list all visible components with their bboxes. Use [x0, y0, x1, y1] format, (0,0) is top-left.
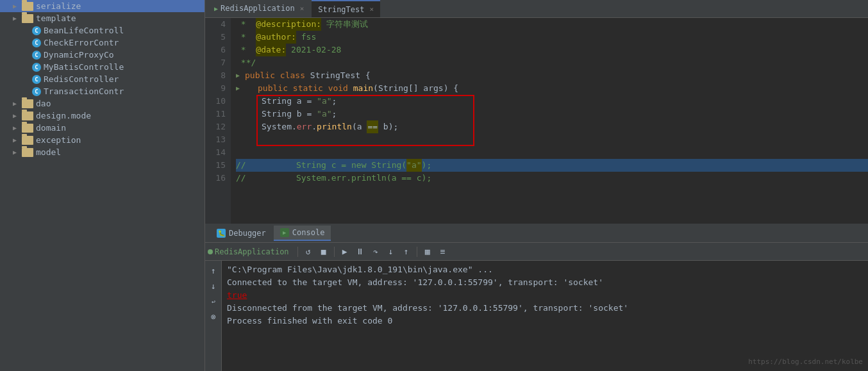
sidebar-item-label: domain	[36, 123, 66, 133]
folder-icon	[22, 124, 33, 133]
sidebar-item-label: template	[36, 13, 76, 23]
collapse-arrow: ▶	[13, 136, 22, 144]
folder-icon	[22, 136, 33, 145]
stop-button[interactable]: ■	[317, 245, 331, 259]
code-line-13	[236, 133, 868, 146]
scroll-up-button[interactable]: ↑	[206, 263, 221, 277]
sidebar-item-mybatis[interactable]: C MyBatisControlle	[0, 61, 204, 73]
bottom-panel: 🐛 Debugger ▶ Console RedisApplication	[205, 224, 868, 371]
class-icon: C	[32, 38, 41, 47]
sidebar-item-label: MyBatisControlle	[44, 62, 124, 72]
sidebar-item-template[interactable]: ▶ template	[0, 12, 204, 24]
rerun-button[interactable]: ↺	[301, 245, 315, 259]
sidebar-item-label: dao	[36, 99, 51, 108]
sidebar-item-designmode[interactable]: ▶ design.mode	[0, 110, 204, 122]
close-icon[interactable]: ×	[300, 4, 305, 13]
code-line-8: ▶ public class StringTest {	[236, 69, 868, 82]
collapse-arrow: ▶	[13, 124, 22, 131]
sidebar-item-label: BeanLifeControll	[44, 26, 124, 35]
toolbar-sep	[297, 247, 298, 257]
code-line-10: String a = "a";	[236, 95, 868, 108]
code-line-16: // System.err.println(a == c);	[236, 172, 868, 185]
code-line-15: // String c = new String("a");	[236, 159, 868, 172]
console-line-3: true	[227, 289, 863, 302]
folder-icon	[22, 14, 33, 23]
tab-stringtest[interactable]: StringTest ×	[312, 0, 380, 17]
tab-redisapplication[interactable]: ▶ RedisApplication ×	[208, 0, 310, 17]
console-line-6: Process finished with exit code 0	[227, 315, 863, 327]
file-tree[interactable]: ▶ serialize ▶ template C BeanLifeControl…	[0, 0, 205, 371]
sidebar-item-label: DynamicProxyCo	[44, 50, 114, 60]
collapse-arrow: ▶	[13, 15, 22, 22]
sidebar-item-domain[interactable]: ▶ domain	[0, 122, 204, 134]
sidebar-item-dao[interactable]: ▶ dao	[0, 97, 204, 110]
sidebar-item-label: model	[36, 147, 61, 157]
run-status-dot	[208, 249, 213, 254]
debugger-tab-icon: 🐛	[217, 229, 226, 238]
class-icon: C	[32, 87, 41, 96]
console-side-buttons: ↑ ↓ ↩ ⊗	[205, 261, 222, 371]
code-line-14	[236, 146, 868, 159]
class-icon: C	[32, 51, 41, 60]
debug-toolbar: RedisApplication ↺ ■ ▶ ⏸ ↷ ↓ ↑ ▦ ≡	[205, 243, 868, 261]
class-icon: C	[32, 63, 41, 72]
sidebar-item-redis[interactable]: C RedisController	[0, 73, 204, 85]
code-text-area[interactable]: * @description: 字符串测试 * @author: fss * @…	[231, 18, 868, 224]
sidebar-item-transaction[interactable]: C TransactionContr	[0, 85, 204, 97]
collapse-arrow: ▶	[13, 149, 22, 156]
folder-icon	[22, 99, 33, 108]
sidebar-item-label: CheckErrorContr	[44, 38, 119, 47]
console-tab[interactable]: ▶ Console	[274, 226, 331, 241]
sidebar-item-label: exception	[36, 135, 81, 145]
sidebar-item-exception[interactable]: ▶ exception	[0, 134, 204, 146]
console-line-4: Disconnected from the target VM, address…	[227, 302, 863, 315]
class-icon: C	[32, 75, 41, 84]
code-line-11: String b = "a";	[236, 108, 868, 120]
close-icon[interactable]: ×	[370, 5, 374, 13]
console-tab-label: Console	[292, 228, 325, 237]
folder-icon	[22, 111, 33, 120]
sidebar-item-serialize[interactable]: ▶ serialize	[0, 0, 204, 12]
console-line-1: "C:\Program Files\Java\jdk1.8.0_191\bin\…	[227, 263, 863, 276]
sidebar-item-checkerror[interactable]: C CheckErrorContr	[0, 37, 204, 49]
tab-label: RedisApplication	[221, 4, 295, 13]
code-line-4: * @description: 字符串测试	[236, 18, 868, 31]
folder-icon	[22, 2, 33, 11]
console-tab-icon: ▶	[280, 228, 289, 237]
collapse-arrow: ▶	[13, 100, 22, 107]
sidebar-item-beanlife[interactable]: C BeanLifeControll	[0, 24, 204, 37]
code-line-7: **/	[236, 56, 868, 69]
debugger-tab[interactable]: 🐛 Debugger	[210, 226, 272, 240]
scroll-down-button[interactable]: ↓	[206, 279, 221, 293]
step-over-button[interactable]: ↷	[369, 245, 383, 259]
code-editor: ▶ RedisApplication × StringTest × 4 5 6 …	[205, 0, 868, 224]
code-line-6: * @date: 2021-02-28	[236, 44, 868, 56]
step-into-button[interactable]: ↓	[384, 245, 398, 259]
debugger-tab-label: Debugger	[229, 229, 266, 238]
pause-button[interactable]: ⏸	[353, 245, 367, 259]
tab-label: StringTest	[318, 5, 364, 14]
sidebar-item-label: RedisController	[44, 74, 119, 84]
clear-button[interactable]: ⊗	[206, 309, 221, 324]
run-label: RedisApplication	[208, 247, 289, 256]
frames-button[interactable]: ▦	[421, 245, 435, 259]
collapse-arrow: ▶	[13, 3, 22, 10]
console-output: "C:\Program Files\Java\jdk1.8.0_191\bin\…	[222, 261, 868, 371]
collapse-arrow: ▶	[13, 112, 22, 119]
toolbar-sep2	[334, 247, 335, 257]
code-line-12: System.err.println(a == b);	[236, 120, 868, 133]
class-icon: C	[32, 26, 41, 35]
step-out-button[interactable]: ↑	[399, 245, 413, 259]
line-numbers: 4 5 6 7 8 9 10 11 12 13 14 15 16	[205, 18, 231, 224]
variables-button[interactable]: ≡	[436, 245, 450, 259]
code-line-9: ▶ public static void main(String[] args)…	[236, 82, 868, 95]
resume-button[interactable]: ▶	[338, 245, 352, 259]
code-line-5: * @author: fss	[236, 31, 868, 44]
sidebar-item-label: design.mode	[36, 111, 91, 120]
sidebar-item-model[interactable]: ▶ model	[0, 146, 204, 158]
folder-icon	[22, 148, 33, 157]
soft-wrap-button[interactable]: ↩	[206, 294, 221, 308]
sidebar-item-dynamicproxy[interactable]: C DynamicProxyCo	[0, 49, 204, 61]
code-lines: * @description: 字符串测试 * @author: fss * @…	[231, 18, 868, 185]
console-area: ↑ ↓ ↩ ⊗ "C:\Program Files\Java\jdk1.8.0_…	[205, 261, 868, 371]
